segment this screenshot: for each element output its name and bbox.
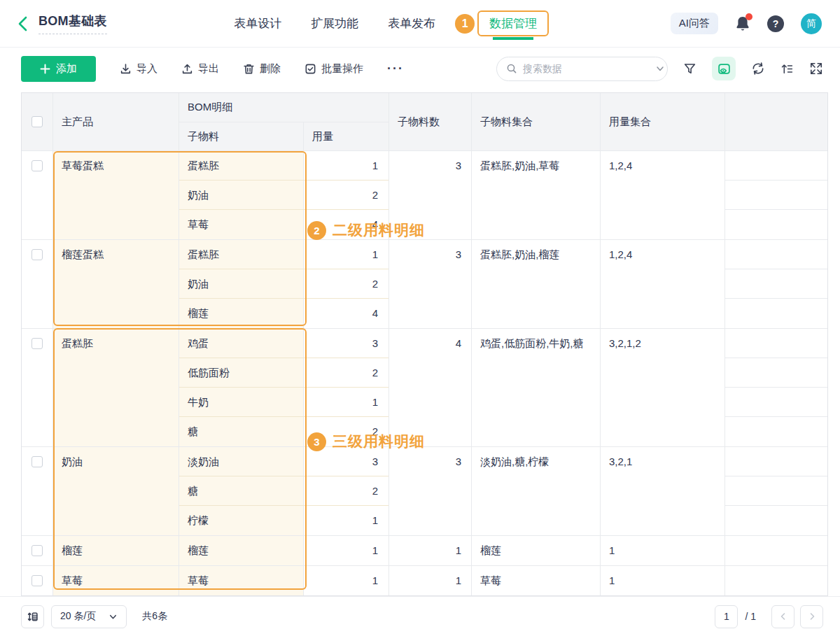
sub-qty-cell: 2 xyxy=(304,417,388,446)
import-button[interactable]: 导入 xyxy=(120,62,158,76)
sub-material-cell: 糖 xyxy=(179,417,304,446)
next-page-button[interactable] xyxy=(800,605,823,628)
more-actions-button[interactable]: ··· xyxy=(387,62,404,76)
annotation-step-1-badge: 1 xyxy=(455,14,475,34)
sub-material-cell: 低筋面粉 xyxy=(179,358,304,387)
search-box xyxy=(496,57,668,81)
col-header-bom-detail: BOM明细 xyxy=(179,93,388,122)
search-icon xyxy=(506,63,517,74)
funnel-icon xyxy=(683,62,696,76)
add-button[interactable]: 添加 xyxy=(21,56,96,82)
sub-qty-cell: 1 xyxy=(304,566,388,595)
sort-icon xyxy=(780,62,794,76)
bom-detail-row: 糖2 xyxy=(179,417,388,446)
row-select-cell xyxy=(22,151,53,239)
batch-label: 批量操作 xyxy=(321,62,363,76)
product-cell: 蛋糕胚 xyxy=(53,329,179,446)
refresh-icon xyxy=(751,62,765,76)
tab-form-design[interactable]: 表单设计 xyxy=(234,15,281,31)
materials-cell: 榴莲 xyxy=(472,536,601,565)
row-select-cell xyxy=(22,447,53,535)
sub-qty-cell: 2 xyxy=(304,358,388,387)
table-row: 榴莲蛋糕 蛋糕胚1奶油2榴莲4 3 蛋糕胚,奶油,榴莲 1,2,4 xyxy=(22,240,827,329)
sub-material-cell: 淡奶油 xyxy=(179,447,304,476)
page-size-select[interactable]: 20 条/页 xyxy=(51,605,127,628)
active-tab-indicator xyxy=(493,37,533,40)
col-group-bom-detail: BOM明细 子物料 用量 xyxy=(179,93,389,150)
eye-card-icon xyxy=(718,62,731,76)
data-toolbar: 添加 导入 导出 删除 批量操作 ··· xyxy=(0,48,840,87)
row-checkbox[interactable] xyxy=(31,338,43,349)
search-input[interactable] xyxy=(523,63,650,74)
bom-detail-row: 奶油2 xyxy=(179,181,388,210)
bom-data-table: 主产品 BOM明细 子物料 用量 子物料数 子物料集合 用量集合 草莓蛋糕 蛋糕… xyxy=(21,92,828,596)
filter-button[interactable] xyxy=(683,62,696,76)
empty-col xyxy=(725,240,827,328)
sub-qty-cell: 1 xyxy=(304,240,388,269)
tab-form-publish[interactable]: 表单发布 xyxy=(388,15,435,31)
help-button[interactable]: ? xyxy=(767,15,784,32)
empty-sub-cell xyxy=(725,447,827,476)
export-button[interactable]: 导出 xyxy=(181,62,219,76)
notification-dot xyxy=(746,13,752,20)
bom-detail-row: 榴莲4 xyxy=(179,299,388,328)
empty-sub-cell xyxy=(725,476,827,506)
empty-sub-cell xyxy=(725,388,827,417)
fullscreen-button[interactable] xyxy=(809,62,823,76)
current-page-input[interactable]: 1 xyxy=(715,605,738,628)
sub-material-cell: 糖 xyxy=(179,476,304,505)
chevron-down-icon[interactable] xyxy=(655,64,665,73)
empty-sub-cell xyxy=(725,151,827,181)
bom-detail-row: 草莓1 xyxy=(179,566,388,595)
empty-col xyxy=(725,536,827,565)
back-button[interactable] xyxy=(17,15,29,32)
expand-icon xyxy=(809,62,823,76)
col-header-qtys: 用量集合 xyxy=(601,93,725,150)
chevron-right-icon xyxy=(807,612,817,621)
header-tabs: 表单设计 扩展功能 表单发布 1 数据管理 xyxy=(234,15,549,31)
prev-page-button[interactable] xyxy=(771,605,794,628)
refresh-button[interactable] xyxy=(751,62,765,76)
row-checkbox[interactable] xyxy=(31,160,43,171)
qtys-cell: 1,2,4 xyxy=(601,240,725,328)
product-cell: 榴莲 xyxy=(53,536,179,565)
count-cell: 1 xyxy=(389,536,472,565)
ai-qa-button[interactable]: AI问答 xyxy=(671,13,718,34)
pagination-footer: 20 条/页 共6条 1 / 1 xyxy=(0,596,840,629)
empty-sub-cell xyxy=(725,269,827,299)
import-icon xyxy=(120,63,132,75)
batch-operation-button[interactable]: 批量操作 xyxy=(304,62,363,76)
materials-cell: 淡奶油,糖,柠檬 xyxy=(472,447,601,535)
delete-label: 删除 xyxy=(260,62,281,76)
empty-col xyxy=(725,566,827,595)
qtys-cell: 3,2,1 xyxy=(601,447,725,535)
bom-details-col: 淡奶油3糖2柠檬1 xyxy=(179,447,389,535)
sub-material-cell: 奶油 xyxy=(179,181,304,209)
delete-button[interactable]: 删除 xyxy=(243,62,281,76)
plus-icon xyxy=(40,64,50,74)
question-icon: ? xyxy=(773,18,779,29)
row-height-button[interactable] xyxy=(21,605,44,628)
row-checkbox[interactable] xyxy=(31,545,43,556)
qtys-cell: 3,2,1,2 xyxy=(601,329,725,446)
bom-detail-row: 鸡蛋3 xyxy=(179,329,388,358)
header-left: BOM基础表 xyxy=(17,13,107,34)
row-select-cell xyxy=(22,566,53,595)
tab-extensions[interactable]: 扩展功能 xyxy=(311,15,358,31)
row-checkbox[interactable] xyxy=(31,456,43,467)
display-settings-button[interactable] xyxy=(712,57,736,80)
sub-qty-cell: 2 xyxy=(304,476,388,505)
total-pages: / 1 xyxy=(745,611,756,622)
sort-button[interactable] xyxy=(780,62,794,76)
trash-icon xyxy=(243,63,255,75)
notification-button[interactable] xyxy=(735,15,750,32)
row-checkbox[interactable] xyxy=(31,575,43,586)
account-logo[interactable]: 简 xyxy=(801,13,822,34)
row-checkbox[interactable] xyxy=(31,249,43,260)
select-all-checkbox[interactable] xyxy=(31,116,43,127)
bom-details-col: 蛋糕胚1奶油2榴莲4 xyxy=(179,240,389,328)
count-cell: 3 xyxy=(389,151,472,239)
tab-data-management[interactable]: 数据管理 xyxy=(477,10,549,36)
total-count: 共6条 xyxy=(142,610,167,623)
empty-col xyxy=(725,447,827,535)
